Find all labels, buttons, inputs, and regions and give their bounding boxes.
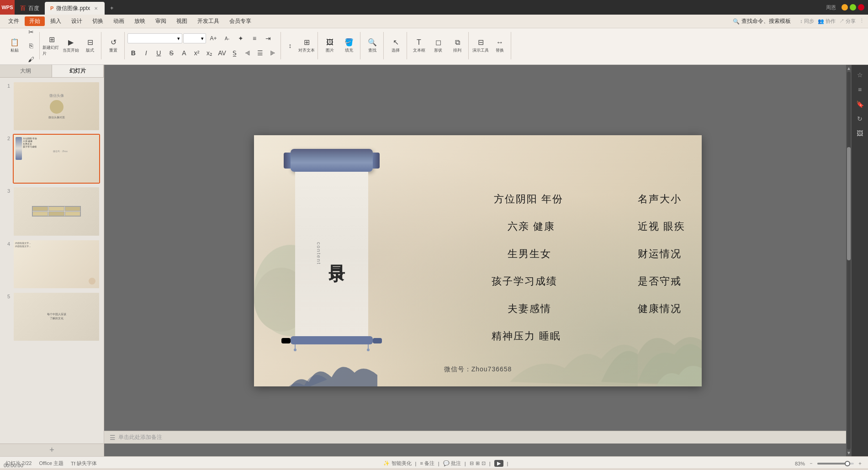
scroll-up-btn[interactable]: ▲ (847, 66, 851, 71)
slide-thumb-2[interactable]: 2 方位阴阳 年份 六亲 健康 生男生女 孩子学习成绩 微信号：Zhou (4, 134, 100, 184)
menu-animation[interactable]: 动画 (109, 16, 129, 26)
comment-btn[interactable]: 💬 批注 (443, 460, 461, 467)
grid-view-btn[interactable]: ⊞ (476, 460, 480, 466)
font-clear-btn[interactable]: ✦ (234, 32, 247, 45)
slide-thumb-1[interactable]: 1 微信头像 微信头像封面 (4, 81, 100, 131)
tab-close-icon[interactable]: ✕ (93, 5, 99, 11)
playcurrent-icon: ▶ (68, 38, 74, 47)
charspace-btn[interactable]: AV (216, 47, 228, 59)
insert-image-btn[interactable]: 🖼 图片 (321, 34, 339, 58)
fontcolor-btn[interactable]: A (178, 47, 190, 59)
slide-thumb-3[interactable]: 3 (4, 186, 100, 236)
align-left-btn[interactable]: ⫷ (242, 47, 254, 59)
layout-btn[interactable]: ⊟ 版式 (81, 34, 99, 58)
sync-btn[interactable]: ↕ 同步 (800, 18, 814, 25)
format-btn[interactable]: 🖌 (25, 53, 37, 63)
menu-developer[interactable]: 开发工具 (193, 16, 224, 26)
font-family-select[interactable]: ▾ (127, 33, 182, 43)
scroll-down-btn[interactable]: ▼ (847, 450, 851, 455)
tab-new[interactable]: + (105, 2, 119, 15)
italic-btn[interactable]: I (140, 47, 152, 59)
menu-vip[interactable]: 会员专享 (225, 16, 256, 26)
present-btn[interactable]: ⊟ 演示工具 (471, 34, 490, 58)
menu-design[interactable]: 设计 (67, 16, 87, 26)
bold-btn[interactable]: B (127, 47, 139, 59)
font-increase-btn[interactable]: A+ (207, 32, 220, 45)
tab-pptx[interactable]: P 微信图像.pptx ✕ (45, 2, 105, 15)
zoom-slider-thumb[interactable] (845, 461, 850, 466)
reset-btn[interactable]: ↺ 重置 (104, 34, 122, 58)
font-missing[interactable]: Tf 缺失字体 (71, 460, 97, 467)
font-decrease-btn[interactable]: A- (221, 32, 233, 45)
linespace-btn[interactable]: ↕ (284, 39, 296, 52)
right-btn-bookmark[interactable]: 🔖 (853, 98, 866, 111)
slide-view-btn[interactable]: ⊡ (482, 460, 486, 466)
scroll-track (847, 72, 851, 449)
copy-btn[interactable]: ⎘ (25, 39, 37, 52)
collab-btn[interactable]: 👥 协作 (818, 18, 836, 25)
title-bar-right: 周恩 (822, 4, 868, 11)
tab-baidu[interactable]: 百 百度 (15, 2, 45, 15)
scrollbar-vertical[interactable]: ▲ ▼ (846, 65, 852, 456)
add-note-label[interactable]: 单击此处添加备注 (118, 433, 162, 441)
indent-btn[interactable]: ⇥ (262, 32, 275, 45)
cut-btn[interactable]: ✂ (25, 28, 37, 38)
shape-btn[interactable]: ◻ 形状 (429, 34, 447, 58)
notes-btn[interactable]: ≡ 备注 (420, 460, 434, 467)
close-button[interactable] (858, 4, 864, 11)
share-btn[interactable]: ↗ 分享 (839, 18, 856, 25)
menu-search[interactable]: 🔍 查找命令、搜索模板 (728, 16, 795, 26)
slide-preview-2[interactable]: 方位阴阳 年份 六亲 健康 生男生女 孩子学习成绩 微信号：Zhou (13, 134, 100, 184)
slide-preview-4[interactable]: 内容段落文字... 内容段落文字... (13, 239, 100, 289)
slide-preview-3[interactable] (13, 186, 100, 236)
zoom-slider[interactable] (817, 463, 854, 465)
menu-slideshow[interactable]: 放映 (130, 16, 150, 26)
menu-insert[interactable]: 插入 (46, 16, 66, 26)
arrange-btn[interactable]: ⧉ 排列 (448, 34, 466, 58)
select-btn[interactable]: ↖ 选择 (386, 34, 405, 58)
maximize-button[interactable] (850, 4, 856, 11)
menu-file[interactable]: 文件 (4, 16, 24, 26)
menu-transition[interactable]: 切换 (88, 16, 108, 26)
new-slide-btn[interactable]: ⊞ 新建幻灯片 (42, 34, 61, 58)
right-btn-refresh[interactable]: ↻ (853, 112, 866, 125)
subscript-btn[interactable]: x₂ (204, 47, 216, 59)
align-center-btn[interactable]: ☰ (254, 47, 266, 59)
replace-btn[interactable]: ↔ 替换 (491, 34, 509, 58)
normal-view-btn[interactable]: ⊟ (470, 460, 474, 466)
more-btn[interactable]: ⋮ (859, 18, 864, 25)
menu-start[interactable]: 开始 (25, 16, 45, 26)
slide-thumb-4[interactable]: 4 内容段落文字... 内容段落文字... (4, 239, 100, 289)
slide-preview-1[interactable]: 微信头像 微信头像封面 (13, 81, 100, 131)
right-btn-list[interactable]: ≡ (853, 83, 866, 96)
smart-btn[interactable]: ✨ 智能美化 (383, 460, 411, 467)
add-slide-button[interactable]: + (0, 444, 104, 456)
paste-btn[interactable]: 📋 粘贴 (5, 34, 24, 58)
superscript-btn[interactable]: x² (191, 47, 203, 59)
right-btn-image[interactable]: 🖼 (853, 127, 866, 140)
slide-num-1: 1 (4, 83, 10, 89)
start-from-current-btn[interactable]: ▶ 当页开始 (62, 34, 80, 58)
align-right-btn[interactable]: ⫸ (267, 47, 279, 59)
menu-review[interactable]: 审阅 (151, 16, 171, 26)
menu-view[interactable]: 视图 (172, 16, 192, 26)
slide-thumb-5[interactable]: 5 每个中国人应该 了解的文化 (4, 292, 100, 342)
minimize-button[interactable] (842, 4, 848, 11)
textalign-btn[interactable]: ⊞ 对齐文本 (297, 34, 316, 58)
textbox-btn[interactable]: T 文本框 (410, 34, 428, 58)
underline-btn[interactable]: U (153, 47, 165, 59)
strikethrough-btn[interactable]: S (165, 47, 177, 59)
search-btn[interactable]: 🔍 查找 (363, 34, 381, 58)
zoom-out-btn[interactable]: － (809, 460, 814, 467)
tab-slides[interactable]: 幻灯片 (52, 65, 104, 77)
scroll-thumb[interactable] (847, 147, 851, 260)
shadow-btn[interactable]: S̲ (229, 47, 241, 59)
fill-btn[interactable]: 🪣 填充 (340, 34, 358, 58)
play-btn[interactable]: ▶ (494, 460, 503, 467)
right-btn-star[interactable]: ☆ (853, 69, 866, 81)
tab-outline[interactable]: 大纲 (0, 65, 52, 77)
slide-preview-5[interactable]: 每个中国人应该 了解的文化 (13, 292, 100, 342)
bullet-btn[interactable]: ≡ (248, 32, 261, 45)
zoom-in-btn[interactable]: ＋ (857, 460, 863, 467)
font-size-select[interactable]: ▾ (183, 33, 206, 43)
